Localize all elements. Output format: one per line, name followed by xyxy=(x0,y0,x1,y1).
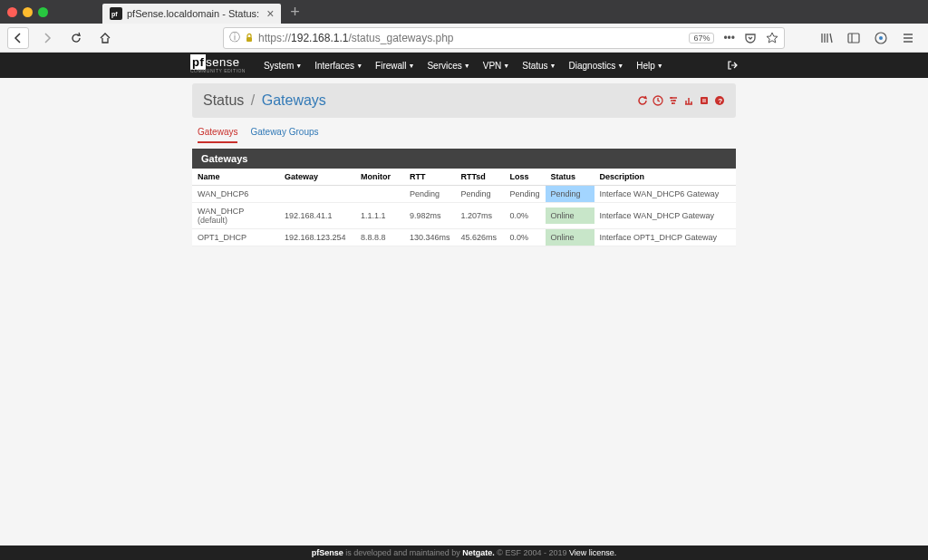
filter-icon[interactable] xyxy=(668,95,679,106)
cell-rttsd: 1.207ms xyxy=(456,203,505,229)
cell-name: WAN_DHCP (default) xyxy=(192,203,279,229)
subtabs: Gateways Gateway Groups xyxy=(198,127,736,143)
col-description: Description xyxy=(594,169,736,186)
refresh-icon[interactable] xyxy=(637,95,648,106)
cell-gateway: 192.168.123.254 xyxy=(279,229,355,246)
close-window-button[interactable] xyxy=(7,7,17,17)
cell-monitor: 1.1.1.1 xyxy=(355,203,404,229)
extension-icon[interactable] xyxy=(874,31,888,45)
library-icon[interactable] xyxy=(819,31,834,45)
col-gateway: Gateway xyxy=(279,169,355,186)
log-icon[interactable] xyxy=(699,95,710,106)
url-text: https://192.168.1.1/status_gateways.php xyxy=(258,32,683,44)
cell-monitor xyxy=(355,186,404,203)
cell-rttsd: Pending xyxy=(456,186,505,203)
bookmark-star-icon[interactable] xyxy=(766,32,778,44)
table-row: WAN_DHCP6 PendingPendingPendingPendingIn… xyxy=(192,186,736,203)
info-icon[interactable]: ⓘ xyxy=(229,30,240,45)
reload-button[interactable] xyxy=(65,27,87,49)
cell-rtt: 130.346ms xyxy=(404,229,456,246)
col-loss: Loss xyxy=(505,169,546,186)
pfsense-favicon: pf xyxy=(110,7,122,20)
cell-rtt: Pending xyxy=(404,186,456,203)
minimize-window-button[interactable] xyxy=(23,7,33,17)
cell-gateway: 192.168.41.1 xyxy=(279,203,355,229)
cell-description: Interface OPT1_DHCP Gateway xyxy=(594,229,736,246)
browser-tab-active[interactable]: pf pfSense.localdomain - Status: × xyxy=(102,4,281,24)
cell-loss: 0.0% xyxy=(505,203,546,229)
header-actions: ? xyxy=(637,95,725,106)
menu-system[interactable]: System▼ xyxy=(264,61,302,71)
tab-gateways[interactable]: Gateways xyxy=(198,127,237,143)
url-bar-actions: ••• xyxy=(723,32,778,44)
browser-toolbar: ⓘ https://192.168.1.1/status_gateways.ph… xyxy=(0,24,928,53)
cell-loss: Pending xyxy=(505,186,546,203)
toolbar-right-icons xyxy=(819,31,915,45)
new-tab-button[interactable]: + xyxy=(290,3,300,22)
menu-icon[interactable] xyxy=(901,31,915,45)
cell-loss: 0.0% xyxy=(505,229,546,246)
menu-services[interactable]: Services▼ xyxy=(427,61,469,71)
back-button[interactable] xyxy=(7,27,29,49)
lock-warning-icon[interactable] xyxy=(244,33,255,43)
breadcrumb-current: Gateways xyxy=(262,92,326,108)
pocket-icon[interactable] xyxy=(744,32,757,44)
chart-icon[interactable] xyxy=(683,95,694,106)
menu-interfaces[interactable]: Interfaces▼ xyxy=(314,61,362,71)
tab-gateway-groups[interactable]: Gateway Groups xyxy=(250,127,318,143)
breadcrumb-parent[interactable]: Status xyxy=(203,92,244,108)
cell-status: Online xyxy=(546,203,594,229)
gateways-table: Name Gateway Monitor RTT RTTsd Loss Stat… xyxy=(192,169,736,246)
sidebar-icon[interactable] xyxy=(846,31,861,45)
window-controls xyxy=(7,7,48,17)
cell-status: Pending xyxy=(546,186,594,203)
col-status: Status xyxy=(546,169,594,186)
help-icon[interactable]: ? xyxy=(714,95,725,106)
logout-icon[interactable] xyxy=(727,60,738,71)
svg-point-9 xyxy=(673,100,675,101)
cell-gateway xyxy=(279,186,355,203)
save-icon[interactable] xyxy=(652,95,663,106)
col-monitor: Monitor xyxy=(355,169,404,186)
address-bar[interactable]: ⓘ https://192.168.1.1/status_gateways.ph… xyxy=(223,27,785,49)
page-header: Status / Gateways ? xyxy=(192,83,736,118)
cell-rttsd: 45.626ms xyxy=(456,229,505,246)
cell-description: Interface WAN_DHCP Gateway xyxy=(594,203,736,229)
menu-firewall[interactable]: Firewall▼ xyxy=(375,61,414,71)
svg-point-6 xyxy=(879,36,883,40)
more-icon[interactable]: ••• xyxy=(723,32,735,44)
menu-vpn[interactable]: VPN▼ xyxy=(483,61,510,71)
menu-diagnostics[interactable]: Diagnostics▼ xyxy=(569,61,624,71)
col-rtt: RTT xyxy=(404,169,456,186)
pfsense-navbar: pfsense COMMUNITY EDITION System▼ Interf… xyxy=(0,53,928,78)
menu-help[interactable]: Help▼ xyxy=(636,61,663,71)
cell-description: Interface WAN_DHCP6 Gateway xyxy=(594,186,736,203)
col-rttsd: RTTsd xyxy=(456,169,505,186)
main-menu: System▼ Interfaces▼ Firewall▼ Services▼ … xyxy=(264,61,663,71)
svg-point-10 xyxy=(672,102,673,104)
cell-name: OPT1_DHCP xyxy=(192,229,279,246)
svg-text:?: ? xyxy=(718,97,722,105)
tab-title: pfSense.localdomain - Status: xyxy=(127,8,259,19)
svg-point-8 xyxy=(671,97,672,99)
home-button[interactable] xyxy=(94,27,116,49)
cell-monitor: 8.8.8.8 xyxy=(355,229,404,246)
panel-title: Gateways xyxy=(192,149,736,169)
svg-rect-2 xyxy=(246,37,252,42)
zoom-badge[interactable]: 67% xyxy=(689,33,714,43)
svg-rect-11 xyxy=(701,97,708,104)
close-tab-icon[interactable]: × xyxy=(266,6,274,21)
table-row: WAN_DHCP (default)192.168.41.11.1.1.19.9… xyxy=(192,203,736,229)
forward-button[interactable] xyxy=(36,27,58,49)
cell-name: WAN_DHCP6 xyxy=(192,186,279,203)
breadcrumb: Status / Gateways xyxy=(203,92,326,109)
cell-rtt: 9.982ms xyxy=(404,203,456,229)
maximize-window-button[interactable] xyxy=(38,7,48,17)
navigation-buttons xyxy=(7,27,116,49)
svg-text:pf: pf xyxy=(111,11,118,18)
svg-rect-3 xyxy=(848,34,859,43)
table-row: OPT1_DHCP 192.168.123.2548.8.8.8130.346m… xyxy=(192,229,736,246)
table-header-row: Name Gateway Monitor RTT RTTsd Loss Stat… xyxy=(192,169,736,186)
pfsense-logo[interactable]: pfsense COMMUNITY EDITION xyxy=(190,57,246,72)
menu-status[interactable]: Status▼ xyxy=(522,61,556,71)
